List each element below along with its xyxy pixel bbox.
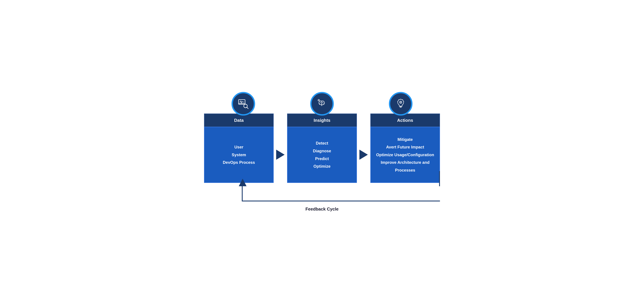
actions-body: Mitigate Avert Future Impact Optimize Us… <box>370 127 440 183</box>
feedback-vertical-left <box>242 186 243 201</box>
icons-row <box>204 90 440 114</box>
insights-item-optimize: Optimize <box>314 162 330 170</box>
lightbulb-gear-icon <box>395 98 406 110</box>
insights-item-diagnose: Diagnose <box>313 147 331 155</box>
svg-point-8 <box>318 100 319 100</box>
actions-icon-wrapper <box>361 90 440 114</box>
feedback-up-arrow-icon <box>239 179 246 186</box>
data-icon-wrapper <box>204 90 283 114</box>
data-box-container: Data User System DevOps Process <box>204 114 274 183</box>
actions-item-improve: Improve Architecture and Processes <box>374 159 436 174</box>
actions-header-label: Actions <box>397 118 413 123</box>
actions-item-avert: Avert Future Impact <box>386 143 424 151</box>
insights-header-label: Insights <box>314 118 330 123</box>
feedback-vertical-right <box>439 171 440 186</box>
svg-point-16 <box>323 103 324 104</box>
insights-item-detect: Detect <box>316 139 328 147</box>
svg-line-33 <box>397 101 398 102</box>
svg-point-14 <box>322 102 323 103</box>
brain-gear-icon <box>316 98 328 110</box>
feedback-label: Feedback Cycle <box>204 206 440 212</box>
actions-box-container: Actions Mitigate Avert Future Impact Opt… <box>370 114 440 183</box>
actions-circle-icon <box>389 92 412 116</box>
svg-line-31 <box>398 99 399 100</box>
data-item-devops: DevOps Process <box>223 159 255 166</box>
insights-circle-icon <box>310 92 334 116</box>
arrow-insights-to-actions <box>357 126 370 183</box>
boxes-row: Data User System DevOps Process Insights… <box>204 114 440 183</box>
svg-line-25 <box>400 101 400 102</box>
feedback-horizontal-line <box>242 201 440 201</box>
data-header: Data <box>204 114 274 127</box>
arrow-data-to-insights <box>274 126 287 183</box>
insights-icon-wrapper <box>283 90 362 114</box>
svg-point-13 <box>320 102 321 103</box>
svg-line-30 <box>402 99 403 100</box>
data-item-system: System <box>232 151 246 159</box>
svg-line-32 <box>404 101 404 102</box>
insights-item-predict: Predict <box>315 155 329 163</box>
actions-item-optimize: Optimize Usage/Configuration <box>376 151 434 159</box>
feedback-row: Feedback Cycle <box>204 185 440 215</box>
data-header-label: Data <box>234 118 244 123</box>
svg-point-20 <box>400 102 401 103</box>
data-item-user: User <box>234 143 243 151</box>
diagram-wrapper: Data User System DevOps Process Insights… <box>204 90 440 215</box>
svg-line-28 <box>400 103 400 103</box>
actions-item-mitigate: Mitigate <box>398 136 413 143</box>
svg-line-27 <box>401 101 402 102</box>
svg-point-7 <box>318 99 320 101</box>
monitor-search-icon <box>238 98 249 110</box>
feedback-arrow-container <box>204 185 440 205</box>
insights-box-container: Insights Detect Diagnose Predict Optimiz… <box>287 114 357 183</box>
svg-point-15 <box>320 103 320 104</box>
insights-body: Detect Diagnose Predict Optimize <box>287 127 357 183</box>
actions-header: Actions <box>370 114 440 127</box>
right-arrow-icon-2 <box>360 150 368 160</box>
data-body: User System DevOps Process <box>204 127 274 183</box>
svg-line-4 <box>247 107 248 109</box>
right-arrow-icon-1 <box>276 150 284 160</box>
svg-line-26 <box>401 103 402 103</box>
data-circle-icon <box>232 92 255 116</box>
